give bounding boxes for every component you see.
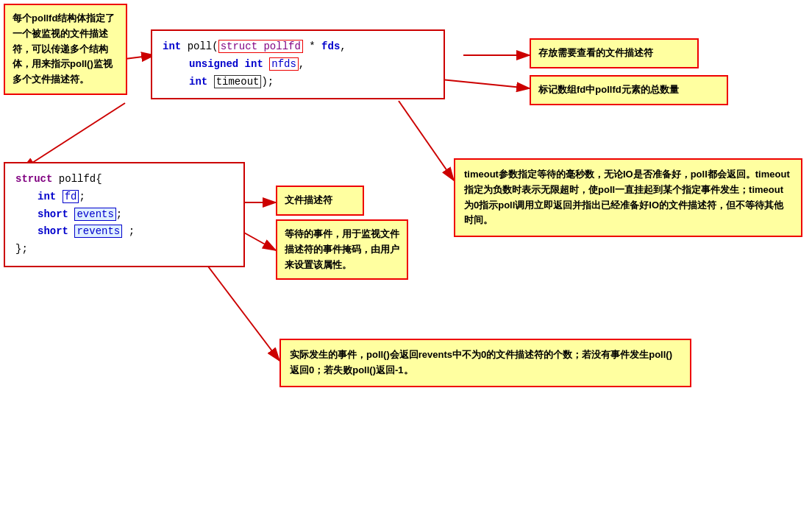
svg-line-4: [399, 101, 454, 180]
struct-line1: struct pollfd{: [15, 171, 233, 188]
struct-line4: short revents ;: [15, 223, 233, 241]
note-fds: 存放需要查看的文件描述符: [530, 38, 699, 68]
poll-signature-box: int poll(struct pollfd * fds, unsigned i…: [151, 29, 445, 99]
struct-line2: int fd;: [15, 188, 233, 206]
note-revents-field: 实际发生的事件，poll()会返回revents中不为0的文件描述符的个数；若没…: [279, 339, 691, 387]
svg-line-3: [441, 80, 530, 88]
note-nfds: 标记数组fd中pollfd元素的总数量: [530, 75, 728, 105]
svg-line-7: [206, 264, 279, 361]
diagram-container: 每个pollfd结构体指定了一个被监视的文件描述符，可以传递多个结构体，用来指示…: [0, 0, 812, 508]
note-fd-field: 文件描述符: [276, 186, 364, 216]
note-pollfd-struct: 每个pollfd结构体指定了一个被监视的文件描述符，可以传递多个结构体，用来指示…: [4, 4, 127, 95]
svg-line-1: [22, 103, 125, 169]
struct-line3: short events;: [15, 206, 233, 224]
poll-signature-line2: unsigned int nfds,: [163, 56, 433, 74]
note-events-field: 等待的事件，用于监视文件描述符的事件掩码，由用户来设置该属性。: [276, 219, 408, 280]
struct-pollfd-box: struct pollfd{ int fd; short events; sho…: [4, 162, 245, 267]
svg-line-6: [243, 232, 276, 250]
svg-line-8: [125, 55, 154, 59]
struct-line5: };: [15, 241, 233, 258]
poll-signature-line1: int poll(struct pollfd * fds,: [163, 38, 433, 56]
poll-signature-line3: int timeout);: [163, 74, 433, 91]
note-timeout: timeout参数指定等待的毫秒数，无论IO是否准备好，poll都会返回。tim…: [454, 158, 802, 237]
